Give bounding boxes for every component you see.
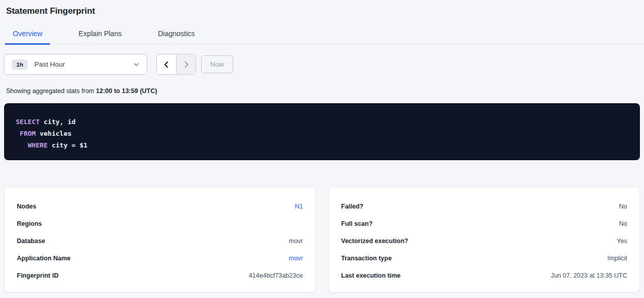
tab-explain-plans[interactable]: Explain Plans [71,24,129,45]
detail-value: movr [289,237,303,245]
detail-row-regions: Regions [17,215,303,232]
statement-details-card: Nodes N1 Regions Database movr Applicati… [4,187,316,292]
detail-value: 414e4bcf73ab23ce [249,272,303,279]
time-controls: 1h Past Hour Now [4,54,640,75]
detail-label: Full scan? [341,220,373,227]
aggregated-stats-line: Showing aggregated stats from 12:00 to 1… [6,87,640,95]
detail-value: Jun 07, 2023 at 13:35 UTC [551,272,627,279]
detail-row-full-scan: Full scan? No [341,215,627,232]
detail-label: Vectorized execution? [341,237,408,245]
sql-keyword: WHERE [27,141,47,149]
sql-keyword: SELECT [16,118,40,126]
detail-value: No [619,203,627,210]
time-next-button[interactable] [176,54,195,74]
detail-row-transaction-type: Transaction type Implicit [341,250,627,267]
tab-overview[interactable]: Overview [5,24,50,45]
detail-row-application-name: Application Name movr [17,250,303,267]
tab-diagnostics[interactable]: Diagnostics [150,24,202,45]
application-name-link[interactable]: movr [289,255,303,262]
detail-value: Implicit [607,255,627,262]
detail-row-vectorized-execution: Vectorized execution? Yes [341,232,627,250]
stats-line-prefix: Showing aggregated stats from [6,87,96,95]
time-range-select[interactable]: 1h Past Hour [4,54,147,75]
detail-value: Yes [617,237,627,245]
execution-attributes-card: Failed? No Full scan? No Vectorized exec… [328,187,640,292]
stats-line-range: 12:00 to 13:59 (UTC) [96,87,157,95]
detail-row-fingerprint-id: Fingerprint ID 414e4bcf73ab23ce [17,267,303,284]
sql-line: FROM vehicles [16,128,628,139]
detail-label: Nodes [17,203,36,210]
sql-line: SELECT city, id [16,116,628,128]
detail-label: Transaction type [341,255,391,262]
page-title: Statement Fingerprint [6,6,638,16]
time-range-badge: 1h [12,59,27,70]
sql-text: city, id [40,118,75,126]
chevron-right-icon [183,61,190,68]
detail-label: Application Name [17,255,71,262]
detail-row-database: Database movr [17,232,303,250]
sql-keyword: FROM [20,130,36,137]
time-range-label: Past Hour [34,61,65,68]
chevron-down-icon [133,62,139,68]
sql-line: WHERE city = $1 [16,139,628,151]
detail-row-nodes: Nodes N1 [17,198,303,215]
detail-row-last-execution-time: Last execution time Jun 07, 2023 at 13:3… [341,267,627,284]
sql-text: vehicles [36,130,71,137]
chevron-left-icon [163,61,170,68]
detail-label: Failed? [341,203,363,210]
sql-statement-box: SELECT city, id FROM vehicles WHERE city… [4,103,640,160]
detail-value: No [619,220,627,227]
detail-label: Regions [17,220,42,227]
page-header: Statement Fingerprint [0,0,644,16]
sql-text: city = $1 [48,141,88,149]
time-arrow-group [156,54,196,75]
detail-row-failed: Failed? No [341,198,627,215]
tabs-bar: Overview Explain Plans Diagnostics [0,24,644,45]
nodes-link[interactable]: N1 [295,203,303,210]
time-prev-button[interactable] [157,54,176,74]
detail-label: Fingerprint ID [17,272,59,279]
now-button[interactable]: Now [201,55,233,73]
detail-label: Last execution time [341,272,401,279]
detail-label: Database [17,237,45,245]
detail-cards: Nodes N1 Regions Database movr Applicati… [4,187,640,292]
content: 1h Past Hour Now Showing aggregated stat… [0,54,644,292]
